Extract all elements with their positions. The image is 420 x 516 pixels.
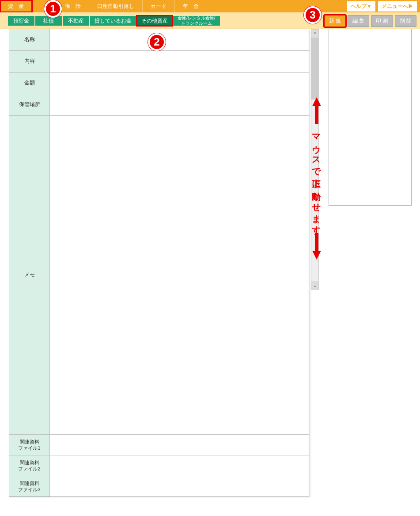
- scroll-thumb[interactable]: [311, 38, 318, 99]
- form-row: 関連資料 ファイル3: [9, 476, 309, 497]
- form-label: 関連資料 ファイル2: [9, 455, 50, 476]
- form-row: 内容: [9, 51, 309, 73]
- form-label: 内容: [9, 51, 50, 72]
- nav-insurance[interactable]: 保 険: [57, 0, 89, 12]
- nav-pension[interactable]: 年 金: [175, 0, 207, 12]
- menu-button[interactable]: メニューへ▶: [378, 1, 417, 12]
- form-row: 関連資料 ファイル2: [9, 455, 309, 476]
- scroll-hint: マウスで上下に動かせます: [310, 97, 322, 261]
- sub-bar: 預貯金 社債 不動産 貸しているお金 その他資産 金庫/レンタル倉庫/ トランク…: [0, 12, 420, 29]
- nav-autodebit[interactable]: 口座自動引落し: [89, 0, 143, 12]
- form-value[interactable]: [50, 51, 309, 72]
- action-buttons: 新 規 編 集 印 刷 削 除: [324, 15, 416, 27]
- print-button[interactable]: 印 刷: [371, 15, 393, 27]
- svg-marker-0: [312, 97, 321, 124]
- form-value[interactable]: [50, 94, 309, 115]
- content: 名称内容金額保管場所メモ関連資料 ファイル1関連資料 ファイル2関連資料 ファイ…: [0, 29, 420, 497]
- scroll-down-icon[interactable]: ⌄: [311, 281, 318, 289]
- form-panel: 名称内容金額保管場所メモ関連資料 ファイル1関連資料 ファイル2関連資料 ファイ…: [9, 29, 309, 497]
- form-value[interactable]: [50, 435, 309, 455]
- form-label: 関連資料 ファイル1: [9, 435, 50, 455]
- form-row: メモ: [9, 116, 309, 435]
- nav-assets[interactable]: 資 産: [0, 0, 32, 12]
- form-label: 金額: [9, 73, 50, 94]
- new-button[interactable]: 新 規: [324, 15, 346, 27]
- arrow-up-icon: [312, 97, 321, 126]
- help-button[interactable]: ヘルプ▼: [347, 1, 376, 12]
- tab-bonds[interactable]: 社債: [35, 16, 62, 26]
- arrow-down-icon: [312, 233, 321, 261]
- form-value[interactable]: [50, 455, 309, 476]
- tab-savings[interactable]: 預貯金: [8, 16, 34, 26]
- tab-lending[interactable]: 貸しているお金: [90, 16, 136, 26]
- scroll-up-icon[interactable]: ^: [311, 30, 318, 38]
- step-badge-3: 3: [304, 6, 322, 24]
- form-label: メモ: [9, 116, 50, 434]
- tab-realestate[interactable]: 不動産: [63, 16, 89, 26]
- form-label: 関連資料 ファイル3: [9, 476, 50, 497]
- tab-safe-storage[interactable]: 金庫/レンタル倉庫/ トランクルーム: [173, 16, 220, 26]
- form-label: 保管場所: [9, 94, 50, 115]
- form-row: 保管場所: [9, 94, 309, 116]
- sub-tabs: 預貯金 社債 不動産 貸しているお金 その他資産 金庫/レンタル倉庫/ トランク…: [8, 16, 220, 26]
- svg-marker-1: [312, 233, 321, 260]
- delete-button[interactable]: 削 除: [395, 15, 416, 27]
- form-row: 金額: [9, 73, 309, 94]
- form-value[interactable]: [50, 116, 309, 434]
- form-value[interactable]: [50, 73, 309, 94]
- side-list-panel[interactable]: [329, 29, 412, 206]
- nav-card[interactable]: カード: [143, 0, 175, 12]
- form-value[interactable]: [50, 476, 309, 497]
- step-badge-1: 1: [44, 0, 62, 18]
- top-nav: 資 産 保 険 口座自動引落し カード 年 金 ヘルプ▼ メニューへ▶: [0, 0, 420, 12]
- form-label: 名称: [9, 29, 50, 50]
- form-value[interactable]: [50, 29, 309, 50]
- form-row: 関連資料 ファイル1: [9, 435, 309, 455]
- edit-button[interactable]: 編 集: [348, 15, 369, 27]
- scroll-hint-text: マウスで上下に動かせます: [310, 128, 322, 230]
- tab-other-assets[interactable]: その他資産: [137, 16, 172, 26]
- step-badge-2: 2: [148, 33, 166, 51]
